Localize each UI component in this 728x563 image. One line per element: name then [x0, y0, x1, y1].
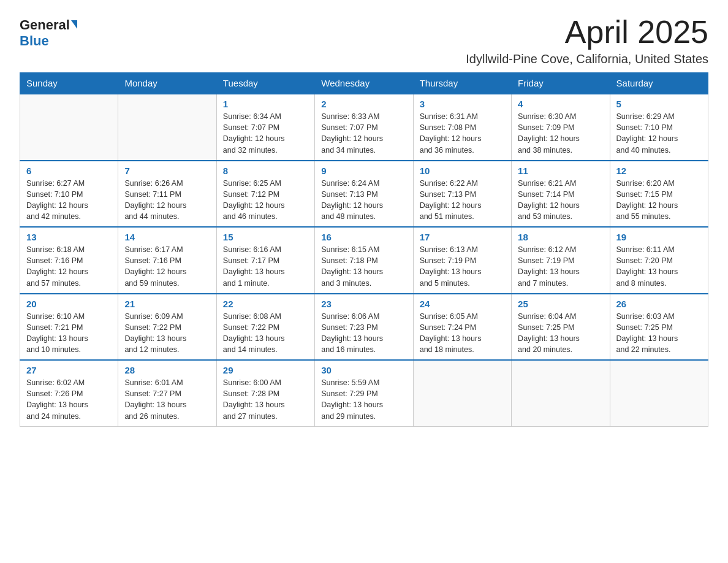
calendar-week-row: 13Sunrise: 6:18 AMSunset: 7:16 PMDayligh…: [20, 227, 708, 294]
day-number: 14: [124, 232, 210, 242]
calendar-cell: 30Sunrise: 5:59 AMSunset: 7:29 PMDayligh…: [315, 360, 413, 426]
day-number: 1: [223, 99, 308, 109]
day-number: 4: [518, 99, 603, 109]
calendar-cell: [512, 360, 610, 426]
day-info: Sunrise: 6:01 AMSunset: 7:27 PMDaylight:…: [124, 377, 210, 422]
day-info: Sunrise: 6:15 AMSunset: 7:18 PMDaylight:…: [321, 244, 406, 289]
calendar-cell: 28Sunrise: 6:01 AMSunset: 7:27 PMDayligh…: [118, 360, 216, 426]
calendar-cell: 7Sunrise: 6:26 AMSunset: 7:11 PMDaylight…: [118, 161, 216, 228]
day-info: Sunrise: 6:17 AMSunset: 7:16 PMDaylight:…: [124, 244, 210, 289]
calendar-cell: [20, 94, 118, 161]
day-info: Sunrise: 6:02 AMSunset: 7:26 PMDaylight:…: [26, 377, 112, 422]
calendar-cell: 12Sunrise: 6:20 AMSunset: 7:15 PMDayligh…: [610, 161, 708, 228]
day-number: 10: [420, 166, 505, 176]
day-number: 16: [321, 232, 406, 242]
calendar-cell: 14Sunrise: 6:17 AMSunset: 7:16 PMDayligh…: [118, 227, 216, 294]
calendar-header-row: SundayMondayTuesdayWednesdayThursdayFrid…: [20, 73, 708, 94]
calendar-cell: 11Sunrise: 6:21 AMSunset: 7:14 PMDayligh…: [512, 161, 610, 228]
calendar-week-row: 6Sunrise: 6:27 AMSunset: 7:10 PMDaylight…: [20, 161, 708, 228]
day-number: 23: [321, 299, 406, 309]
calendar-table: SundayMondayTuesdayWednesdayThursdayFrid…: [20, 72, 708, 427]
day-number: 17: [420, 232, 505, 242]
calendar-cell: 9Sunrise: 6:24 AMSunset: 7:13 PMDaylight…: [315, 161, 413, 228]
day-number: 30: [321, 365, 406, 375]
day-info: Sunrise: 6:13 AMSunset: 7:19 PMDaylight:…: [420, 244, 505, 289]
day-number: 20: [26, 299, 112, 309]
day-number: 22: [223, 299, 308, 309]
calendar-cell: 1Sunrise: 6:34 AMSunset: 7:07 PMDaylight…: [216, 94, 314, 161]
day-info: Sunrise: 6:10 AMSunset: 7:21 PMDaylight:…: [26, 311, 112, 356]
day-number: 26: [616, 299, 702, 309]
calendar-cell: 24Sunrise: 6:05 AMSunset: 7:24 PMDayligh…: [413, 294, 511, 361]
calendar-cell: 17Sunrise: 6:13 AMSunset: 7:19 PMDayligh…: [413, 227, 511, 294]
day-number: 6: [26, 166, 112, 176]
day-number: 5: [616, 99, 702, 109]
day-number: 19: [616, 232, 702, 242]
day-info: Sunrise: 6:30 AMSunset: 7:09 PMDaylight:…: [518, 111, 603, 156]
logo-blue-text: Blue: [20, 33, 49, 49]
calendar-week-row: 20Sunrise: 6:10 AMSunset: 7:21 PMDayligh…: [20, 294, 708, 361]
day-info: Sunrise: 6:05 AMSunset: 7:24 PMDaylight:…: [420, 311, 505, 356]
day-info: Sunrise: 6:04 AMSunset: 7:25 PMDaylight:…: [518, 311, 603, 356]
day-info: Sunrise: 6:20 AMSunset: 7:15 PMDaylight:…: [616, 178, 702, 223]
day-number: 2: [321, 99, 406, 109]
day-info: Sunrise: 6:11 AMSunset: 7:20 PMDaylight:…: [616, 244, 702, 289]
weekday-header-saturday: Saturday: [610, 73, 708, 94]
day-number: 25: [518, 299, 603, 309]
calendar-cell: [413, 360, 511, 426]
day-info: Sunrise: 6:21 AMSunset: 7:14 PMDaylight:…: [518, 178, 603, 223]
weekday-header-tuesday: Tuesday: [216, 73, 314, 94]
calendar-cell: 4Sunrise: 6:30 AMSunset: 7:09 PMDaylight…: [512, 94, 610, 161]
day-info: Sunrise: 6:09 AMSunset: 7:22 PMDaylight:…: [124, 311, 210, 356]
day-info: Sunrise: 6:34 AMSunset: 7:07 PMDaylight:…: [223, 111, 308, 156]
calendar-cell: 6Sunrise: 6:27 AMSunset: 7:10 PMDaylight…: [20, 161, 118, 228]
calendar-cell: 2Sunrise: 6:33 AMSunset: 7:07 PMDaylight…: [315, 94, 413, 161]
day-number: 8: [223, 166, 308, 176]
day-info: Sunrise: 5:59 AMSunset: 7:29 PMDaylight:…: [321, 377, 406, 422]
calendar-cell: 20Sunrise: 6:10 AMSunset: 7:21 PMDayligh…: [20, 294, 118, 361]
logo-general-text: General: [20, 17, 70, 33]
calendar-cell: 23Sunrise: 6:06 AMSunset: 7:23 PMDayligh…: [315, 294, 413, 361]
day-number: 9: [321, 166, 406, 176]
logo: General Blue: [20, 17, 77, 49]
month-title: April 2025: [466, 15, 708, 50]
day-number: 21: [124, 299, 210, 309]
calendar-cell: 18Sunrise: 6:12 AMSunset: 7:19 PMDayligh…: [512, 227, 610, 294]
day-number: 15: [223, 232, 308, 242]
calendar-cell: 22Sunrise: 6:08 AMSunset: 7:22 PMDayligh…: [216, 294, 314, 361]
day-info: Sunrise: 6:06 AMSunset: 7:23 PMDaylight:…: [321, 311, 406, 356]
calendar-cell: 27Sunrise: 6:02 AMSunset: 7:26 PMDayligh…: [20, 360, 118, 426]
day-number: 3: [420, 99, 505, 109]
calendar-cell: 26Sunrise: 6:03 AMSunset: 7:25 PMDayligh…: [610, 294, 708, 361]
calendar-week-row: 27Sunrise: 6:02 AMSunset: 7:26 PMDayligh…: [20, 360, 708, 426]
day-info: Sunrise: 6:18 AMSunset: 7:16 PMDaylight:…: [26, 244, 112, 289]
day-info: Sunrise: 6:16 AMSunset: 7:17 PMDaylight:…: [223, 244, 308, 289]
calendar-cell: 5Sunrise: 6:29 AMSunset: 7:10 PMDaylight…: [610, 94, 708, 161]
calendar-cell: 15Sunrise: 6:16 AMSunset: 7:17 PMDayligh…: [216, 227, 314, 294]
calendar-cell: [118, 94, 216, 161]
day-number: 28: [124, 365, 210, 375]
calendar-week-row: 1Sunrise: 6:34 AMSunset: 7:07 PMDaylight…: [20, 94, 708, 161]
day-info: Sunrise: 6:22 AMSunset: 7:13 PMDaylight:…: [420, 178, 505, 223]
day-info: Sunrise: 6:33 AMSunset: 7:07 PMDaylight:…: [321, 111, 406, 156]
day-info: Sunrise: 6:29 AMSunset: 7:10 PMDaylight:…: [616, 111, 702, 156]
day-info: Sunrise: 6:08 AMSunset: 7:22 PMDaylight:…: [223, 311, 308, 356]
day-info: Sunrise: 6:03 AMSunset: 7:25 PMDaylight:…: [616, 311, 702, 356]
weekday-header-friday: Friday: [512, 73, 610, 94]
day-info: Sunrise: 6:26 AMSunset: 7:11 PMDaylight:…: [124, 178, 210, 223]
calendar-cell: 19Sunrise: 6:11 AMSunset: 7:20 PMDayligh…: [610, 227, 708, 294]
day-number: 7: [124, 166, 210, 176]
day-info: Sunrise: 6:31 AMSunset: 7:08 PMDaylight:…: [420, 111, 505, 156]
weekday-header-wednesday: Wednesday: [315, 73, 413, 94]
day-number: 24: [420, 299, 505, 309]
calendar-cell: 3Sunrise: 6:31 AMSunset: 7:08 PMDaylight…: [413, 94, 511, 161]
location-title: Idyllwild-Pine Cove, California, United …: [466, 52, 708, 66]
day-number: 18: [518, 232, 603, 242]
calendar-cell: 29Sunrise: 6:00 AMSunset: 7:28 PMDayligh…: [216, 360, 314, 426]
calendar-cell: 16Sunrise: 6:15 AMSunset: 7:18 PMDayligh…: [315, 227, 413, 294]
day-number: 12: [616, 166, 702, 176]
day-number: 13: [26, 232, 112, 242]
calendar-cell: 25Sunrise: 6:04 AMSunset: 7:25 PMDayligh…: [512, 294, 610, 361]
day-number: 27: [26, 365, 112, 375]
weekday-header-monday: Monday: [118, 73, 216, 94]
